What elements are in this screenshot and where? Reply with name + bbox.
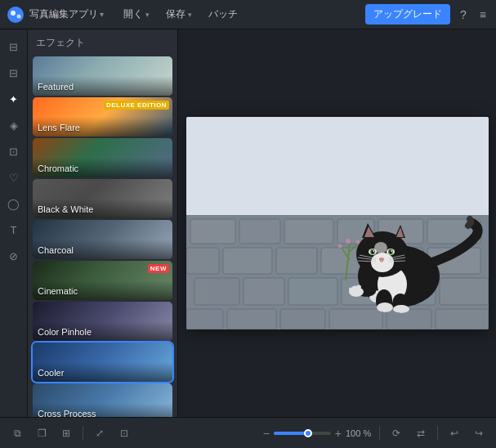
circle-icon: ◯: [7, 198, 20, 210]
svg-point-54: [379, 258, 384, 261]
zoom-control: − + 100 %: [263, 427, 373, 440]
rotate-button[interactable]: ⟳: [386, 423, 407, 444]
effect-label-charcoal: Charcoal: [38, 245, 74, 255]
layers-tool[interactable]: ⊟: [3, 36, 25, 57]
svg-point-33: [346, 239, 351, 244]
zoom-slider-thumb[interactable]: [304, 429, 312, 437]
svg-rect-12: [186, 248, 219, 274]
svg-point-52: [373, 250, 374, 252]
flip-button[interactable]: ⇄: [410, 423, 431, 444]
svg-rect-26: [280, 309, 325, 329]
effect-label-cross-process: Cross Process: [38, 409, 96, 417]
bottombar: ⧉ ❒ ⊞ ⤢ ⊡ − + 100 % ⟳ ⇄ ↩ ↪: [0, 417, 496, 448]
redo-button[interactable]: ↪: [468, 423, 489, 444]
photo-placeholder: [186, 117, 489, 329]
effect-item-cinematic[interactable]: Cinematic NEW: [33, 261, 172, 300]
fit-icon: ⊡: [120, 428, 128, 439]
svg-rect-24: [186, 309, 223, 329]
svg-rect-27: [329, 309, 382, 329]
help-button[interactable]: ?: [457, 7, 470, 23]
svg-rect-25: [227, 309, 276, 329]
filter-tool[interactable]: ◈: [3, 114, 25, 136]
effect-label-lens-flare: Lens Flare: [38, 123, 80, 132]
separator-1: [83, 426, 83, 441]
hamburger-icon: ≡: [480, 8, 486, 21]
effect-item-charcoal[interactable]: Charcoal: [33, 220, 172, 259]
zoom-slider[interactable]: [274, 432, 331, 435]
zoom-plus-button[interactable]: +: [335, 427, 342, 440]
expand-icon: ⤢: [96, 428, 104, 439]
kitten-image: [186, 117, 489, 329]
grid-bottom-button[interactable]: ⊞: [56, 423, 77, 444]
adjust-tool[interactable]: ⊟: [3, 62, 25, 83]
shape-tool[interactable]: ◯: [3, 193, 25, 214]
favorite-tool[interactable]: ♡: [3, 167, 25, 188]
photo-frame: [186, 117, 489, 329]
svg-rect-19: [244, 278, 284, 305]
svg-point-0: [7, 7, 24, 23]
main-content: ⊟ ⊟ ✦ ◈ ⊡ ♡ ◯ T ⊘ エフェクト: [0, 29, 496, 417]
effect-label-cinematic: Cinematic: [38, 286, 78, 296]
effects-list: Featured Lens Flare DELUXE EDITION Chrom…: [28, 55, 177, 417]
menu-open[interactable]: 開く ▾: [117, 4, 156, 25]
svg-point-1: [11, 11, 16, 16]
app-chevron-icon[interactable]: ▾: [100, 10, 104, 19]
effect-item-color-pinhole[interactable]: Color Pinhole: [33, 302, 172, 341]
svg-rect-14: [276, 248, 317, 274]
effect-label-chromatic: Chromatic: [38, 164, 78, 173]
brush-tool[interactable]: ⊘: [3, 245, 25, 267]
flip-icon: ⇄: [417, 428, 425, 439]
svg-rect-28: [387, 309, 431, 329]
expand-button[interactable]: ⤢: [89, 423, 110, 444]
crop-tool[interactable]: ⊡: [3, 141, 25, 162]
svg-point-68: [352, 286, 357, 290]
effect-item-cooler[interactable]: Cooler: [33, 343, 172, 382]
upgrade-button[interactable]: アップグレード: [365, 4, 450, 25]
effect-label-black-white: Black & White: [38, 204, 93, 214]
topbar: 写真編集アプリ ▾ 開く ▾ 保存 ▾ バッチ アップグレード ? ≡: [0, 0, 496, 29]
menu-save[interactable]: 保存 ▾: [159, 4, 199, 25]
icon-bar: ⊟ ⊟ ✦ ◈ ⊡ ♡ ◯ T ⊘: [0, 29, 28, 417]
separator-2: [379, 426, 380, 441]
effect-item-chromatic[interactable]: Chromatic: [33, 138, 172, 177]
filter-icon: ◈: [10, 119, 18, 132]
svg-point-34: [355, 240, 360, 244]
layers-bottom-button[interactable]: ⧉: [7, 423, 28, 444]
effect-item-black-white[interactable]: Black & White: [33, 179, 172, 218]
rotate-icon: ⟳: [392, 428, 400, 439]
svg-rect-13: [223, 248, 272, 274]
app-logo: [7, 6, 25, 24]
heart-icon: ♡: [9, 172, 19, 184]
redo-icon: ↪: [475, 428, 483, 439]
effect-item-featured[interactable]: Featured: [33, 56, 172, 96]
copy-bottom-button[interactable]: ❒: [31, 423, 52, 444]
effect-label-color-pinhole: Color Pinhole: [38, 327, 92, 337]
fit-image-button[interactable]: ⊡: [114, 423, 135, 444]
svg-rect-29: [436, 309, 489, 329]
new-badge: NEW: [148, 264, 169, 273]
text-tool[interactable]: T: [3, 219, 25, 240]
menu-button[interactable]: ≡: [476, 7, 489, 23]
svg-rect-23: [440, 278, 489, 305]
svg-point-64: [393, 305, 409, 313]
svg-rect-18: [194, 278, 239, 305]
zoom-slider-fill: [274, 432, 308, 435]
effects-tool[interactable]: ✦: [3, 88, 25, 110]
topbar-menu: 開く ▾ 保存 ▾ バッチ: [117, 4, 365, 25]
svg-point-69: [356, 285, 361, 289]
crop-icon: ⊡: [9, 146, 18, 158]
undo-button[interactable]: ↩: [444, 423, 465, 444]
text-icon: T: [11, 224, 17, 236]
deluxe-badge: DELUXE EDITION: [104, 101, 169, 110]
svg-rect-6: [190, 219, 235, 244]
effect-label-cooler: Cooler: [38, 368, 64, 378]
menu-batch[interactable]: バッチ: [202, 4, 244, 25]
layers-bottom-icon: ⧉: [14, 428, 21, 439]
zoom-minus-button[interactable]: −: [263, 427, 270, 440]
svg-rect-4: [186, 117, 489, 215]
effect-item-lens-flare[interactable]: Lens Flare DELUXE EDITION: [33, 97, 172, 137]
effect-label-featured: Featured: [38, 82, 74, 92]
sliders-icon: ⊟: [9, 67, 18, 79]
effect-item-cross-process[interactable]: Cross Process: [33, 383, 172, 417]
svg-point-2: [17, 14, 21, 18]
